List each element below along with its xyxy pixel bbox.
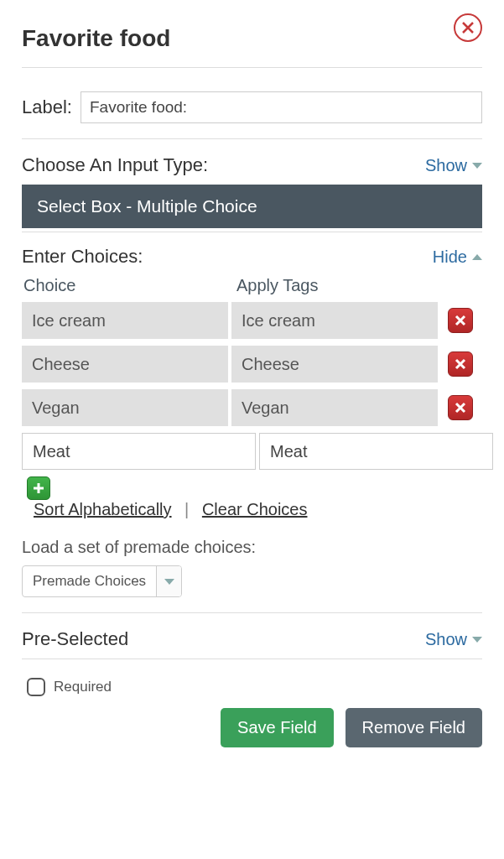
required-checkbox[interactable] bbox=[27, 678, 45, 696]
premade-select[interactable]: Premade Choices bbox=[22, 565, 182, 597]
choices-toggle[interactable]: Hide bbox=[433, 247, 482, 267]
remove-field-button[interactable]: Remove Field bbox=[346, 708, 482, 747]
choice-row: VeganVegan bbox=[22, 389, 482, 426]
tag-input[interactable] bbox=[259, 433, 493, 470]
chevron-down-icon bbox=[472, 163, 482, 169]
choice-row: Ice creamIce cream bbox=[22, 302, 482, 339]
selected-input-type[interactable]: Select Box - Multiple Choice bbox=[22, 185, 482, 228]
toggle-text: Show bbox=[425, 630, 467, 649]
close-icon bbox=[461, 21, 475, 34]
choice-row: CheeseCheese bbox=[22, 346, 482, 383]
toggle-text: Hide bbox=[433, 247, 467, 267]
chevron-down-icon bbox=[164, 579, 174, 585]
choices-heading: Enter Choices: bbox=[22, 246, 143, 268]
input-type-heading: Choose An Input Type: bbox=[22, 154, 208, 176]
premade-select-button[interactable] bbox=[156, 566, 181, 596]
remove-choice-button[interactable] bbox=[448, 308, 473, 333]
divider bbox=[22, 67, 482, 68]
remove-choice-button[interactable] bbox=[448, 351, 473, 377]
preselected-toggle[interactable]: Show bbox=[425, 630, 482, 649]
x-icon bbox=[455, 315, 466, 326]
close-button[interactable] bbox=[454, 13, 482, 42]
tag-cell[interactable]: Cheese bbox=[231, 346, 441, 383]
chevron-down-icon bbox=[472, 637, 482, 643]
sort-alphabetically-link[interactable]: Sort Alphabetically bbox=[34, 500, 172, 518]
divider bbox=[22, 232, 482, 232]
divider bbox=[22, 612, 482, 613]
divider bbox=[22, 138, 482, 139]
toggle-text: Show bbox=[425, 156, 467, 175]
tag-cell[interactable]: Vegan bbox=[231, 389, 441, 426]
choice-row bbox=[22, 433, 482, 470]
label-input[interactable] bbox=[81, 91, 482, 123]
premade-select-value: Premade Choices bbox=[23, 566, 156, 596]
remove-choice-button[interactable] bbox=[448, 395, 473, 420]
choice-cell[interactable]: Cheese bbox=[22, 346, 231, 383]
save-field-button[interactable]: Save Field bbox=[221, 708, 334, 747]
preselected-heading: Pre-Selected bbox=[22, 628, 128, 650]
column-header-tags: Apply Tags bbox=[236, 276, 318, 295]
required-label: Required bbox=[54, 679, 112, 695]
choice-input[interactable] bbox=[22, 433, 256, 470]
plus-icon bbox=[33, 482, 44, 494]
x-icon bbox=[455, 358, 466, 370]
link-separator: | bbox=[184, 500, 189, 518]
x-icon bbox=[455, 402, 466, 414]
input-type-toggle[interactable]: Show bbox=[425, 156, 482, 175]
column-header-choice: Choice bbox=[22, 276, 236, 295]
page-title: Favorite food bbox=[22, 25, 170, 52]
tag-cell[interactable]: Ice cream bbox=[231, 302, 441, 339]
divider bbox=[22, 659, 482, 659]
label-caption: Label: bbox=[22, 96, 72, 118]
choice-cell[interactable]: Ice cream bbox=[22, 302, 231, 339]
add-choice-button[interactable] bbox=[27, 476, 50, 500]
choice-cell[interactable]: Vegan bbox=[22, 389, 231, 426]
chevron-up-icon bbox=[472, 254, 482, 260]
premade-label: Load a set of premade choices: bbox=[22, 538, 482, 557]
clear-choices-link[interactable]: Clear Choices bbox=[202, 500, 308, 518]
